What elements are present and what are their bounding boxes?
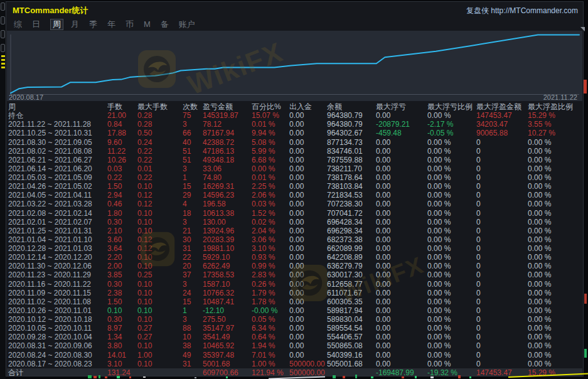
cell: 2.38: [107, 289, 137, 297]
cell: 0.00 %: [528, 297, 582, 306]
menu-item-月[interactable]: 月: [71, 19, 79, 30]
table-row-week[interactable]: 2020.10.26 ~ 2020.11.010.100.101-12.10-0…: [7, 306, 582, 315]
cell: 0.00 %: [427, 297, 476, 306]
cell: 147453.47: [476, 111, 528, 120]
cell: 0: [476, 200, 528, 208]
cell: 0.46: [107, 200, 137, 208]
cell: 余额: [327, 102, 376, 111]
table-row-week[interactable]: 2021.05.03 ~ 2021.05.090.220.22174.800.0…: [7, 173, 582, 182]
table-row-week[interactable]: 2021.08.30 ~ 2021.09.059.600.244042388.7…: [7, 138, 582, 147]
cell: 2021.01.25 ~ 2021.01.31: [8, 227, 107, 235]
table-row-week[interactable]: 2020.11.09 ~ 2020.11.152.380.102410766.3…: [7, 289, 582, 297]
cell: 787559.88: [327, 156, 376, 164]
menu-item-周[interactable]: 周: [50, 19, 63, 30]
cell: 5929.10: [203, 253, 252, 262]
table-row-week[interactable]: 2021.04.26 ~ 2021.05.021.500.101516269.3…: [7, 182, 582, 191]
table-row-week[interactable]: 2021.01.25 ~ 2021.01.312.100.102113924.9…: [7, 227, 582, 235]
menu-item-币[interactable]: 币: [126, 19, 134, 30]
table-row-week[interactable]: 2020.12.14 ~ 2020.12.202.200.10225929.10…: [7, 253, 582, 262]
table-row-week[interactable]: 2021.08.02 ~ 2021.08.0811.220.225147186.…: [7, 147, 582, 156]
table-row-week[interactable]: 2021.01.04 ~ 2021.01.103.600.123020283.3…: [7, 235, 582, 244]
cell: 0: [476, 218, 528, 227]
table-row-week[interactable]: 2021.06.14 ~ 2021.06.200.030.01333.060.0…: [7, 164, 582, 173]
table-row-total[interactable]: 合计131.24609700.66121.94 %500000.00-16948…: [7, 368, 582, 376]
table-row-week[interactable]: 2020.08.24 ~ 2020.08.3014.011.004935397.…: [7, 351, 582, 360]
cell: 20283.39: [203, 235, 252, 244]
cell: 0.00: [289, 164, 327, 173]
cell: 1.79 %: [252, 289, 289, 297]
background-artifact: [117, 376, 120, 378]
brand-link[interactable]: 复盘侠 http://MTCommander.com: [466, 6, 578, 16]
menu-item-季[interactable]: 季: [89, 19, 97, 30]
cell: 47186.13: [203, 147, 252, 156]
cell: 持仓: [8, 111, 107, 120]
table-row-week[interactable]: 2020.10.05 ~ 2020.10.118.970.278835147.9…: [7, 324, 582, 333]
cell: 0.00: [289, 341, 327, 350]
background-artifact: [1, 3, 5, 11]
cell: 0.01 %: [252, 120, 289, 129]
menu-item-M[interactable]: M: [144, 19, 151, 30]
table-row-week[interactable]: 2020.09.28 ~ 2020.10.041.340.27103541.49…: [7, 333, 582, 341]
cell: 0.00: [376, 156, 427, 164]
cell: 0.00 %: [528, 147, 582, 156]
table-row-week[interactable]: 2020.11.02 ~ 2020.11.081.500.101510487.4…: [7, 297, 582, 306]
cell: 0.00 %: [427, 209, 476, 218]
cell: 0: [476, 156, 528, 164]
menu-item-账户[interactable]: 账户: [179, 19, 195, 30]
cell: 0.10: [137, 360, 183, 368]
cell: 0.12: [137, 244, 183, 253]
menu-item-日[interactable]: 日: [32, 19, 40, 30]
cell: 0.00 %: [427, 218, 476, 227]
cell: -0.00 %: [252, 306, 289, 315]
table-row-week[interactable]: 2020.12.28 ~ 2021.01.033.640.123119881.1…: [7, 244, 582, 253]
table-row-week[interactable]: 2021.03.22 ~ 2021.03.280.460.124196.580.…: [7, 200, 582, 208]
table-row-week[interactable]: 2021.04.05 ~ 2021.04.112.940.122914596.2…: [7, 191, 582, 200]
table-row-week[interactable]: 2021.10.25 ~ 2021.10.3117.880.506687167.…: [7, 129, 582, 137]
cell: 15: [183, 297, 203, 306]
cell: 0.00: [376, 262, 427, 270]
background-artifact: [430, 376, 434, 378]
table-row-week[interactable]: 2020.10.12 ~ 2020.10.180.300.103275.500.…: [7, 315, 582, 324]
cell: 2.94: [107, 191, 137, 200]
background-artifact: [469, 376, 471, 378]
table-row-week[interactable]: 2021.02.01 ~ 2021.02.070.300.103130.000.…: [7, 218, 582, 227]
cell: 0: [476, 333, 528, 341]
cell: 2020.10.05 ~ 2020.10.11: [8, 324, 107, 333]
cell: 0.10: [137, 262, 183, 270]
table-row-week[interactable]: 2021.02.08 ~ 2021.02.141.800.101810613.3…: [7, 209, 582, 218]
table-row-open[interactable]: 持仓21.000.2875145319.8715.07 %0.00964380.…: [7, 111, 582, 120]
background-artifact: [94, 376, 97, 378]
cell: 0.00 %: [528, 200, 582, 208]
cell: 0.22: [107, 173, 137, 182]
menu-item-年[interactable]: 年: [107, 19, 115, 30]
table-row-week[interactable]: 2020.11.16 ~ 2020.11.220.300.1031587.100…: [7, 280, 582, 289]
table-row-week[interactable]: 2020.11.23 ~ 2020.11.293.850.253717358.5…: [7, 270, 582, 279]
cell: 0.00 %: [528, 138, 582, 147]
cell: 2020.08.31 ~ 2020.09.06: [8, 341, 107, 350]
cell: 9.60: [107, 138, 137, 147]
cell: 0.00 %: [427, 341, 476, 350]
cell: 30: [183, 235, 203, 244]
table-row-week[interactable]: 2021.06.21 ~ 2021.06.2710.260.225149348.…: [7, 156, 582, 164]
cell: 0.10: [137, 182, 183, 191]
cell: 1.94 %: [252, 341, 289, 350]
background-artifact: [1, 44, 5, 52]
cell: 盈亏金额: [203, 102, 252, 111]
menu-item-综[interactable]: 综: [14, 19, 22, 30]
cell: 3.60: [107, 235, 137, 244]
cell: 0.10: [137, 209, 183, 218]
cell: 0.00: [289, 280, 327, 289]
table-row-week[interactable]: 2020.11.30 ~ 2020.12.062.000.10206262.49…: [7, 262, 582, 270]
cell: 2.00: [107, 262, 137, 270]
cell: 3: [183, 218, 203, 227]
cell: 554406.57: [327, 333, 376, 341]
menu-item-备[interactable]: 备: [161, 19, 169, 30]
cell: 6.34 %: [252, 324, 289, 333]
table-row-week[interactable]: 2021.11.22 ~ 2021.11.280.840.28378.120.0…: [7, 120, 582, 129]
table-row-week[interactable]: 2020.08.31 ~ 2020.09.063.800.103810465.9…: [7, 341, 582, 350]
cell: 550865.08: [327, 341, 376, 350]
cell: 6.68 %: [252, 156, 289, 164]
cell: 0.00 %: [528, 270, 582, 279]
table-row-week[interactable]: 2020.08.17 ~ 2020.08.233.100.10315001.68…: [7, 360, 582, 368]
cell: 0.00 %: [427, 227, 476, 235]
